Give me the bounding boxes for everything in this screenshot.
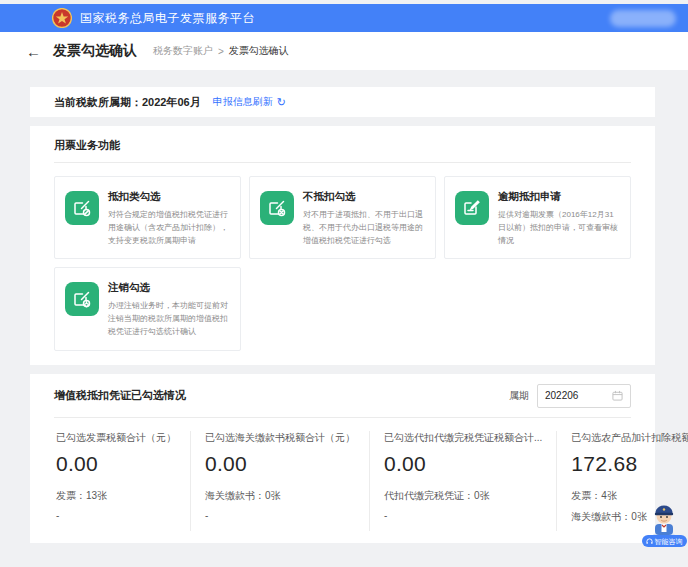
current-period-panel: 当前税款所属期： 2022年06月 申报信息刷新 ↻ (30, 87, 655, 117)
card-deduction-check[interactable]: 抵扣类勾选 对符合规定的增值税扣税凭证进行用途确认（含农产品加计扣除），支持变更… (54, 176, 241, 259)
assistant-widget[interactable]: 智能咨询 (641, 500, 687, 547)
stat-value: 0.00 (205, 452, 355, 476)
main-content: 当前税款所属期： 2022年06月 申报信息刷新 ↻ 用票业务功能 抵扣类勾选 (0, 70, 688, 567)
functions-panel: 用票业务功能 抵扣类勾选 对符合规定的增值税扣税凭证进行用途确认（含农产品加计扣… (30, 126, 655, 365)
card-title: 逾期抵扣申请 (498, 190, 620, 204)
checked-summary-title: 增值税抵扣凭证已勾选情况 (54, 388, 186, 403)
breadcrumb-parent[interactable]: 税务数字账户 (153, 44, 213, 58)
user-info-redacted[interactable] (610, 10, 676, 27)
stat-sub: 发票：13张 (56, 489, 176, 503)
card-desc: 提供对逾期发票（2016年12月31日以前）抵扣的申请，可查看审核情况 (498, 209, 620, 247)
period-input[interactable]: 202206 (537, 384, 631, 408)
breadcrumb-separator: > (218, 46, 224, 57)
refresh-icon[interactable]: ↻ (277, 96, 286, 109)
headset-icon (646, 538, 653, 545)
page-title: 发票勾选确认 (53, 42, 137, 60)
stat-sub: 代扣代缴完税凭证：0张 (384, 489, 542, 503)
stat-invoice-tax: 已勾选发票税额合计（元） 0.00 发票：13张 - (54, 431, 190, 531)
app-title: 国家税务总局电子发票服务平台 (80, 10, 255, 27)
current-period-value: 2022年06月 (142, 95, 201, 110)
breadcrumb: 税务数字账户 > 发票勾选确认 (153, 44, 289, 58)
breadcrumb-current: 发票勾选确认 (229, 44, 289, 58)
stat-label: 已勾选发票税额合计（元） (56, 431, 176, 445)
stat-value: 172.68 (571, 452, 688, 476)
current-period-label: 当前税款所属期： (54, 95, 142, 110)
checked-summary-header: 增值税抵扣凭证已勾选情况 属期 202206 (54, 384, 631, 418)
tax-officer-avatar[interactable] (646, 500, 682, 538)
function-cards: 抵扣类勾选 对符合规定的增值税扣税凭证进行用途确认（含农产品加计扣除），支持变更… (54, 176, 631, 351)
declare-refresh-link[interactable]: 申报信息刷新 (213, 95, 273, 109)
national-emblem-icon (52, 8, 72, 28)
card-overdue-deduction-apply[interactable]: 逾期抵扣申请 提供对逾期发票（2016年12月31日以前）抵扣的申请，可查看审核… (444, 176, 631, 259)
stat-sub: - (56, 510, 176, 521)
page-title-bar: ← 发票勾选确认 税务数字账户 > 发票勾选确认 (0, 32, 688, 70)
assistant-pill[interactable]: 智能咨询 (642, 535, 687, 547)
app-header: 国家税务总局电子发票服务平台 (0, 4, 688, 32)
stat-value: 0.00 (56, 452, 176, 476)
deduction-check-icon (65, 191, 99, 225)
stats-grid: 已勾选发票税额合计（元） 0.00 发票：13张 - 已勾选海关缴款书税额合计（… (54, 418, 631, 531)
stat-label: 已勾选代扣代缴完税凭证税额合计... (384, 431, 542, 445)
card-cancellation-check[interactable]: 注销勾选 办理注销业务时，本功能可提前对注销当期的税款所属期的增值税扣税凭证进行… (54, 267, 241, 350)
period-selector: 属期 202206 (509, 384, 631, 408)
stat-label: 已勾选农产品加计扣除税额合计（... (571, 431, 688, 445)
back-arrow-icon[interactable]: ← (26, 44, 41, 59)
card-no-deduction-check[interactable]: 不抵扣勾选 对不用于进项抵扣、不用于出口退税、不用于代办出口退税等用途的增值税扣… (249, 176, 436, 259)
stat-customs-tax: 已勾选海关缴款书税额合计（元） 0.00 海关缴款书：0张 - (190, 431, 369, 531)
checked-summary-panel: 增值税抵扣凭证已勾选情况 属期 202206 已勾选发票税额合计（元） 0.00… (30, 374, 655, 543)
cancellation-check-icon (65, 282, 99, 316)
card-title: 注销勾选 (108, 281, 230, 295)
card-desc: 对符合规定的增值税扣税凭证进行用途确认（含农产品加计扣除），支持变更税款所属期申… (108, 209, 230, 247)
no-deduction-check-icon (260, 191, 294, 225)
assistant-label: 智能咨询 (655, 538, 683, 545)
calendar-icon[interactable] (612, 390, 623, 401)
period-label: 属期 (509, 389, 529, 403)
overdue-deduction-apply-icon (455, 191, 489, 225)
functions-title: 用票业务功能 (54, 138, 631, 163)
period-value: 202206 (545, 390, 578, 401)
card-title: 抵扣类勾选 (108, 190, 230, 204)
card-desc: 办理注销业务时，本功能可提前对注销当期的税款所属期的增值税扣税凭证进行勾选统计确… (108, 300, 230, 338)
stat-sub: 海关缴款书：0张 (205, 489, 355, 503)
stat-sub: - (205, 510, 355, 521)
card-title: 不抵扣勾选 (303, 190, 425, 204)
stat-withholding-tax: 已勾选代扣代缴完税凭证税额合计... 0.00 代扣代缴完税凭证：0张 - (369, 431, 556, 531)
stat-sub: - (384, 510, 542, 521)
card-desc: 对不用于进项抵扣、不用于出口退税、不用于代办出口退税等用途的增值税扣税凭证进行勾… (303, 209, 425, 247)
stat-value: 0.00 (384, 452, 542, 476)
stat-label: 已勾选海关缴款书税额合计（元） (205, 431, 355, 445)
